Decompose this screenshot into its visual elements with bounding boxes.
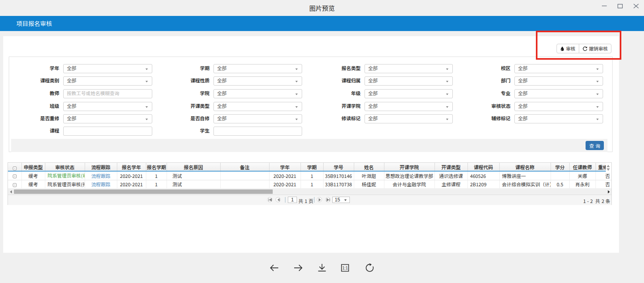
svg-text:1:1: 1:1 [342, 266, 348, 270]
